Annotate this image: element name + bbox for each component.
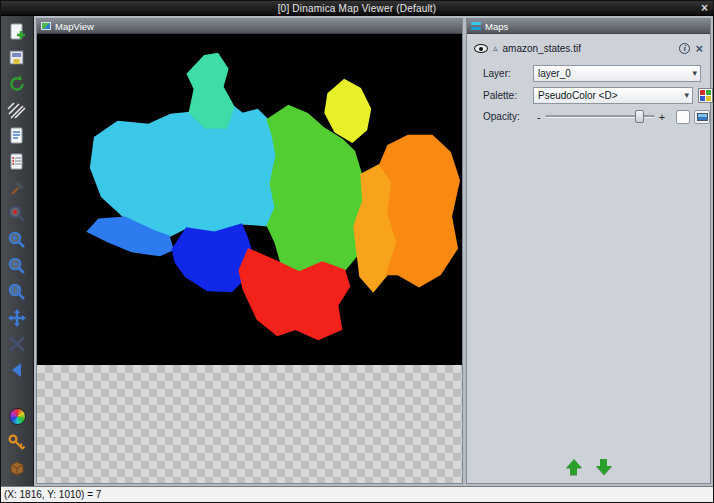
link-views-button[interactable] [3,429,31,455]
refresh-icon [7,74,27,94]
map-properties-button[interactable] [3,123,31,149]
palette-field-row: Palette: PseudoColor <D> ▾ [467,87,702,104]
hammer-icon [7,178,27,198]
palette-label: Palette: [483,90,533,101]
layer-label: Layer: [483,68,533,79]
layer-select-value: layer_0 [538,68,571,79]
background-image-button[interactable] [694,110,710,124]
layer-close-icon[interactable]: × [695,43,703,54]
visibility-eye-icon[interactable] [474,44,488,53]
cube-tool-button[interactable] [3,455,31,481]
app-window: [0] Dinamica Map Viewer (Default) × MapV… [0,0,714,503]
opacity-field-row: Opacity: - + [467,109,702,124]
expand-triangle-icon[interactable]: ▵ [493,44,498,53]
zoom-out-button[interactable] [3,253,31,279]
down-arrow-stem [600,459,607,466]
doc-plus-icon [7,22,27,42]
up-arrow-icon [566,459,582,468]
pan-icon [7,308,27,328]
cross-tools-button[interactable] [3,331,31,357]
down-arrow-icon [596,466,612,475]
map-icon [41,22,51,30]
palette-swatch-blue [700,96,705,101]
mapview-panel: MapView [36,18,463,484]
window-body: MapView Maps ▵ amazon_states.tif [1,16,713,486]
chevron-down-icon: ▾ [684,90,689,100]
palette-swatch-yellow [706,96,711,101]
doc-lines-icon [7,126,27,146]
image-icon [697,113,708,121]
maps-panel: Maps ▵ amazon_states.tif i × Layer: [466,18,711,484]
map-legend-button[interactable] [3,149,31,175]
zoom-in-button[interactable] [3,227,31,253]
opacity-label: Opacity: [483,111,533,122]
window-title: [0] Dinamica Map Viewer (Default) [278,3,437,14]
palette-editor-button[interactable] [698,88,713,103]
edit-tools-button[interactable] [3,175,31,201]
opacity-slider[interactable] [545,109,655,124]
mag-minus-icon [7,256,27,276]
palette-swatch-red [700,90,705,95]
color-wheel-button[interactable] [3,403,31,429]
mapview-title: MapView [55,21,94,32]
maps-body: ▵ amazon_states.tif i × Layer: layer_0 ▾ [467,34,710,483]
back-icon [7,360,27,380]
layers-icon [471,22,481,25]
eye-pupil [479,47,483,51]
key-icon [7,432,27,452]
layer-info-icon[interactable]: i [679,43,690,54]
cube-icon [7,458,27,478]
hatch-tool-button[interactable] [3,97,31,123]
amazon-states-map [37,34,462,365]
move-layer-up-button[interactable] [566,459,582,475]
save-map-image-button[interactable] [3,45,31,71]
maps-titlebar[interactable]: Maps [467,19,710,34]
opacity-plus-label: + [655,111,669,123]
pan-tool-button[interactable] [3,305,31,331]
map-canvas[interactable] [37,34,462,365]
layer-filename[interactable]: amazon_states.tif [503,43,581,54]
wheel-icon [9,408,26,425]
doc-list-icon [7,152,27,172]
window-close-icon[interactable]: × [701,1,708,15]
previous-view-button[interactable] [3,357,31,383]
map-region-roraima [188,54,234,128]
opacity-minus-label: - [533,111,545,123]
doc-save-icon [7,48,27,68]
mapview-titlebar[interactable]: MapView [37,19,462,34]
refresh-maps-button[interactable] [3,71,31,97]
window-titlebar[interactable]: [0] Dinamica Map Viewer (Default) × [1,1,713,16]
mag-plus-icon [7,230,27,250]
cursor-coordinates-value: (X: 1816, Y: 1010) = 7 [4,489,101,500]
layer-row: ▵ amazon_states.tif i × [467,40,710,60]
map-region-maranhao [380,136,459,287]
opacity-slider-handle[interactable] [635,110,644,123]
cross-icon [7,334,27,354]
zoom-region-button[interactable] [3,279,31,305]
blank-swatch-button[interactable] [676,110,690,124]
map-empty-area [37,365,462,483]
mag-red-icon [7,204,27,224]
status-bar: (X: 1816, Y: 1010) = 7 [1,486,713,502]
layer-select[interactable]: layer_0 ▾ [533,65,701,82]
chevron-down-icon: ▾ [692,68,697,78]
maps-title: Maps [485,21,508,32]
workspace: MapView Maps ▵ amazon_states.tif [34,16,713,486]
hatch-icon [7,100,27,120]
mag-box-icon [7,282,27,302]
layer-field-row: Layer: layer_0 ▾ [467,65,702,82]
palette-select-value: PseudoColor <D> [538,90,618,101]
inspect-pixel-button[interactable] [3,201,31,227]
move-layer-down-button[interactable] [596,459,612,475]
add-map-button[interactable] [3,19,31,45]
layer-order-buttons [566,459,612,475]
map-region-rondonia [173,224,253,291]
palette-select[interactable]: PseudoColor <D> ▾ [533,87,693,104]
left-toolbar [1,16,34,486]
up-arrow-stem [570,468,577,475]
palette-swatch-green [706,90,711,95]
